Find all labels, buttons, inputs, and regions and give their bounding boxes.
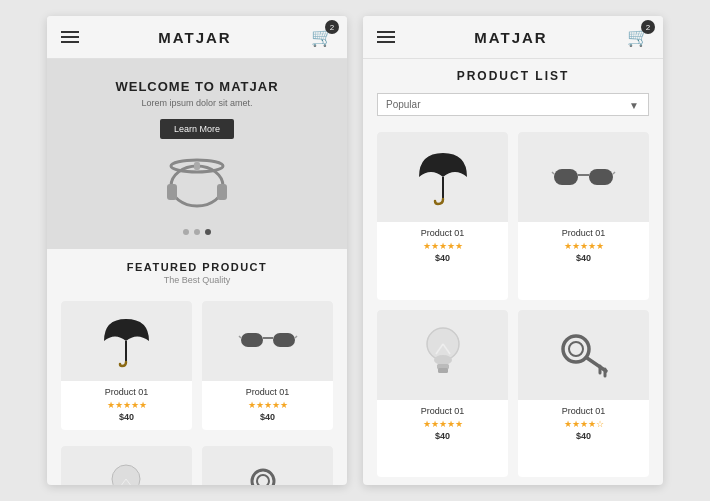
hero-image bbox=[152, 153, 242, 223]
svg-point-35 bbox=[569, 342, 583, 356]
umbrella-icon-r1 bbox=[413, 147, 473, 207]
product-price-2: $40 bbox=[202, 412, 333, 422]
product-image-r4 bbox=[518, 310, 649, 400]
featured-subtitle: The Best Quality bbox=[61, 275, 333, 285]
product-image-4 bbox=[202, 446, 333, 485]
product-image-2 bbox=[202, 301, 333, 381]
hero-banner: WELCOME TO MATJAR Lorem ipsum dolor sit … bbox=[47, 59, 347, 249]
product-name-2: Product 01 bbox=[202, 387, 333, 397]
svg-rect-4 bbox=[194, 162, 200, 170]
featured-section: FEATURED PRODUCT The Best Quality bbox=[47, 249, 347, 293]
svg-rect-6 bbox=[241, 333, 263, 347]
screens-container: MATJAR 🛒 2 WELCOME TO MATJAR Lorem ipsum… bbox=[0, 0, 710, 501]
product-name-r2: Product 01 bbox=[518, 228, 649, 238]
svg-rect-24 bbox=[589, 169, 613, 185]
header-right: MATJAR 🛒 2 bbox=[363, 16, 663, 59]
product-grid-right: Product 01 ★★★★★ $40 Product 01 ★★★★★ $4… bbox=[363, 124, 663, 485]
product-card-r2[interactable]: Product 01 ★★★★★ $40 bbox=[518, 132, 649, 300]
product-card-4[interactable] bbox=[202, 446, 333, 485]
product-price-1: $40 bbox=[61, 412, 192, 422]
hamburger-icon[interactable] bbox=[61, 31, 79, 43]
svg-point-17 bbox=[252, 470, 274, 485]
product-image-r3 bbox=[377, 310, 508, 400]
svg-rect-23 bbox=[554, 169, 578, 185]
svg-point-11 bbox=[112, 465, 140, 486]
svg-rect-1 bbox=[167, 184, 177, 200]
product-card-1[interactable]: Product 01 ★★★★★ $40 bbox=[61, 301, 192, 430]
product-price-r4: $40 bbox=[518, 431, 649, 441]
hamburger-icon-right[interactable] bbox=[377, 31, 395, 43]
svg-point-34 bbox=[563, 336, 589, 362]
sunglasses-icon-r1 bbox=[551, 156, 616, 198]
svg-point-18 bbox=[257, 475, 269, 485]
svg-line-27 bbox=[613, 172, 615, 174]
product-image-r1 bbox=[377, 132, 508, 222]
product-name-r3: Product 01 bbox=[377, 406, 508, 416]
key-icon-r1 bbox=[554, 327, 614, 382]
svg-line-26 bbox=[552, 172, 554, 174]
svg-line-9 bbox=[239, 336, 241, 338]
umbrella-icon-1 bbox=[99, 314, 154, 369]
key-icon-1 bbox=[243, 461, 293, 485]
headphones-illustration bbox=[157, 158, 237, 218]
featured-title: FEATURED PRODUCT bbox=[61, 261, 333, 273]
dot-1[interactable] bbox=[183, 229, 189, 235]
product-stars-1: ★★★★★ bbox=[61, 400, 192, 410]
product-card-2[interactable]: Product 01 ★★★★★ $40 bbox=[202, 301, 333, 430]
cart-icon-right[interactable]: 🛒 2 bbox=[627, 26, 649, 48]
product-list-title: PRODUCT LIST bbox=[363, 59, 663, 89]
product-card-r3[interactable]: Product 01 ★★★★★ $40 bbox=[377, 310, 508, 478]
cart-badge-right: 2 bbox=[641, 20, 655, 34]
header-left: MATJAR 🛒 2 bbox=[47, 16, 347, 59]
product-name-1: Product 01 bbox=[61, 387, 192, 397]
product-card-3[interactable] bbox=[61, 446, 192, 485]
product-grid-left-2 bbox=[47, 438, 347, 485]
product-name-r1: Product 01 bbox=[377, 228, 508, 238]
hero-subtitle: Lorem ipsum dolor sit amet. bbox=[61, 98, 333, 108]
cart-icon-left[interactable]: 🛒 2 bbox=[311, 26, 333, 48]
left-screen: MATJAR 🛒 2 WELCOME TO MATJAR Lorem ipsum… bbox=[47, 16, 347, 485]
bulb-icon-r1 bbox=[418, 322, 468, 387]
product-stars-r3: ★★★★★ bbox=[377, 419, 508, 429]
product-price-r1: $40 bbox=[377, 253, 508, 263]
product-name-r4: Product 01 bbox=[518, 406, 649, 416]
svg-rect-2 bbox=[217, 184, 227, 200]
filter-bar: Popular Newest Price: Low to High Price:… bbox=[363, 89, 663, 124]
cart-badge-left: 2 bbox=[325, 20, 339, 34]
svg-rect-31 bbox=[438, 368, 448, 373]
product-card-r1[interactable]: Product 01 ★★★★★ $40 bbox=[377, 132, 508, 300]
dot-3[interactable] bbox=[205, 229, 211, 235]
product-stars-2: ★★★★★ bbox=[202, 400, 333, 410]
product-price-r3: $40 bbox=[377, 431, 508, 441]
sunglasses-icon-1 bbox=[238, 321, 298, 361]
svg-line-10 bbox=[295, 336, 297, 338]
product-stars-r2: ★★★★★ bbox=[518, 241, 649, 251]
right-screen: MATJAR 🛒 2 PRODUCT LIST Popular Newest P… bbox=[363, 16, 663, 485]
dot-2[interactable] bbox=[194, 229, 200, 235]
product-grid-left: Product 01 ★★★★★ $40 Product 01 ★★★★★ bbox=[47, 293, 347, 438]
app-title-right: MATJAR bbox=[474, 29, 547, 46]
product-image-3 bbox=[61, 446, 192, 485]
product-image-r2 bbox=[518, 132, 649, 222]
bulb-icon-1 bbox=[104, 459, 149, 486]
filter-select[interactable]: Popular Newest Price: Low to High Price:… bbox=[377, 93, 649, 116]
product-stars-r4: ★★★★☆ bbox=[518, 419, 649, 429]
svg-rect-7 bbox=[273, 333, 295, 347]
product-price-r2: $40 bbox=[518, 253, 649, 263]
svg-point-29 bbox=[434, 355, 452, 365]
product-image-1 bbox=[61, 301, 192, 381]
hero-learn-more-button[interactable]: Learn More bbox=[160, 119, 234, 139]
product-card-r4[interactable]: Product 01 ★★★★☆ $40 bbox=[518, 310, 649, 478]
filter-wrapper: Popular Newest Price: Low to High Price:… bbox=[377, 93, 649, 116]
app-title-left: MATJAR bbox=[158, 29, 231, 46]
product-stars-r1: ★★★★★ bbox=[377, 241, 508, 251]
svg-line-36 bbox=[587, 358, 606, 371]
carousel-dots bbox=[61, 229, 333, 235]
hero-title: WELCOME TO MATJAR bbox=[61, 79, 333, 94]
